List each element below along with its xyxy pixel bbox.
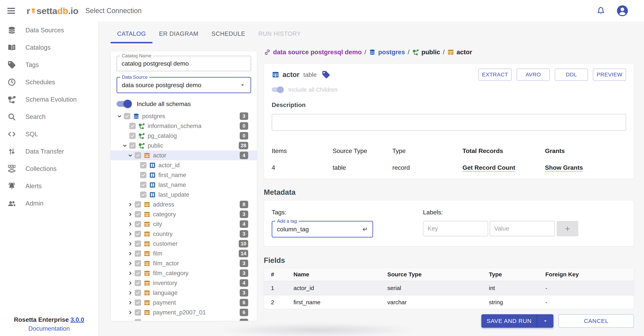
checkbox-checked[interactable] — [140, 162, 146, 168]
tree-row[interactable]: film_category 3 — [111, 268, 257, 278]
tree-row[interactable]: city 4 — [111, 219, 257, 229]
include-all-schemas-toggle[interactable] — [116, 101, 131, 107]
chevron-down-icon[interactable] — [127, 153, 133, 158]
tab-er-diagram[interactable]: ER DIAGRAM — [152, 26, 205, 43]
breadcrumb-data-source[interactable]: data source postgresql demo — [264, 48, 362, 56]
tree-row[interactable]: address 8 — [111, 199, 257, 209]
checkbox-checked[interactable] — [135, 300, 141, 306]
sidebar-item-admin[interactable]: Admin — [0, 195, 98, 212]
sidebar-item-sql[interactable]: SQL — [0, 126, 98, 143]
chevron-right-icon[interactable] — [127, 231, 133, 237]
checkbox-checked[interactable] — [135, 250, 141, 257]
tree-row[interactable]: film_actor 3 — [111, 258, 257, 268]
sidebar-item-alerts[interactable]: Alerts — [0, 177, 98, 195]
add-tag-field[interactable]: Add a tag — [272, 221, 373, 237]
app-logo[interactable]: r setta db .io — [26, 5, 78, 16]
tree-row[interactable]: language 3 — [111, 288, 257, 298]
checkbox-checked[interactable] — [124, 113, 130, 119]
checkbox-checked[interactable] — [140, 172, 146, 178]
add-label-button[interactable]: + — [557, 221, 578, 236]
checkbox-checked[interactable] — [135, 309, 141, 316]
chevron-right-icon[interactable] — [127, 261, 133, 266]
notifications-bell-icon[interactable] — [596, 6, 606, 15]
menu-icon[interactable] — [6, 6, 16, 16]
sidebar-item-search[interactable]: Search — [0, 108, 98, 126]
chevron-right-icon[interactable] — [127, 310, 133, 316]
checkbox-checked[interactable] — [129, 142, 136, 149]
checkbox-checked[interactable] — [140, 191, 146, 198]
tree-row[interactable]: pg_catalog 0 — [111, 131, 257, 141]
chevron-right-icon[interactable] — [127, 280, 133, 286]
checkbox-checked[interactable] — [135, 260, 141, 267]
breadcrumb-schema[interactable]: public — [412, 48, 440, 56]
tree-row[interactable]: payment_p2007_01 6 — [111, 308, 257, 317]
get-record-count-link[interactable]: Get Record Count — [462, 164, 545, 171]
user-avatar[interactable] — [616, 5, 628, 17]
chevron-down-icon[interactable] — [122, 143, 128, 149]
tree-row[interactable]: actor_id — [111, 160, 257, 170]
avro-button[interactable]: AVRO — [517, 68, 550, 81]
sidebar-item-schema-evolution[interactable]: Schema Evolution — [0, 91, 98, 108]
chevron-right-icon[interactable] — [127, 202, 133, 207]
table-row[interactable]: 1 actor_id serial int - — [264, 281, 634, 295]
chevron-right-icon[interactable] — [127, 300, 133, 306]
checkbox-checked[interactable] — [140, 182, 146, 188]
chevron-down-icon[interactable] — [116, 113, 122, 119]
checkbox-checked[interactable] — [135, 270, 141, 276]
save-options-dropdown[interactable] — [537, 314, 554, 328]
breadcrumb-database[interactable]: postgres — [369, 48, 405, 56]
cancel-button[interactable]: CANCEL — [558, 314, 634, 328]
ddl-button[interactable]: DDL — [555, 68, 588, 81]
breadcrumb-table[interactable]: actor — [447, 48, 472, 56]
show-grants-link[interactable]: Show Grants — [545, 164, 626, 171]
checkbox-checked[interactable] — [135, 280, 141, 286]
sidebar-item-data-sources[interactable]: Data Sources — [0, 21, 98, 39]
tree-row[interactable] — [111, 317, 257, 321]
save-and-run-button[interactable]: SAVE AND RUN — [481, 314, 554, 328]
add-tag-input[interactable] — [277, 226, 358, 233]
version-link[interactable]: 3.0.0 — [70, 316, 84, 323]
tab-schedule[interactable]: SCHEDULE — [205, 26, 252, 43]
label-key-input[interactable] — [423, 221, 488, 236]
tree-row[interactable]: film 14 — [111, 249, 257, 258]
tree-row[interactable]: first_name — [111, 170, 257, 180]
tree-row[interactable]: information_schema 0 — [111, 121, 257, 131]
checkbox-checked[interactable] — [129, 133, 136, 139]
catalog-name-field[interactable]: Catalog Name — [116, 56, 251, 71]
sidebar-item-collections[interactable]: Collections — [0, 160, 98, 177]
sidebar-item-data-transfer[interactable]: Data Transfer — [0, 143, 98, 160]
tab-catalog[interactable]: CATALOG — [110, 26, 152, 43]
tree-row[interactable]: customer 10 — [111, 239, 257, 249]
tree-row[interactable]: inventory 4 — [111, 278, 257, 288]
tree-row[interactable]: payment 6 — [111, 298, 257, 308]
tree-row[interactable]: last_name — [111, 180, 257, 190]
catalog-name-input[interactable] — [122, 60, 246, 67]
tree-row[interactable]: postgres 3 — [111, 111, 257, 121]
checkbox-checked[interactable] — [135, 152, 141, 159]
sidebar-item-tags[interactable]: Tags — [0, 56, 98, 73]
chevron-right-icon[interactable] — [127, 290, 133, 296]
extract-button[interactable]: EXTRACT — [478, 68, 512, 81]
checkbox-checked[interactable] — [135, 241, 141, 247]
label-value-input[interactable] — [490, 221, 555, 236]
table-row[interactable]: 2 first_name varchar string - — [264, 295, 634, 309]
description-textarea[interactable] — [272, 114, 626, 131]
tree-row[interactable]: country 3 — [111, 229, 257, 239]
preview-button[interactable]: PREVIEW — [593, 68, 626, 81]
sidebar-item-schedules[interactable]: Schedules — [0, 73, 98, 91]
chevron-right-icon[interactable] — [127, 251, 133, 257]
tree-row[interactable]: category 3 — [111, 209, 257, 219]
chevron-right-icon[interactable] — [127, 211, 133, 217]
tree-row-selected[interactable]: actor 4 — [111, 151, 257, 160]
checkbox-checked[interactable] — [135, 290, 141, 296]
chevron-right-icon[interactable] — [127, 221, 133, 227]
tree-row[interactable]: public 28 — [111, 141, 257, 151]
chevron-right-icon[interactable] — [127, 270, 133, 276]
chevron-right-icon[interactable] — [127, 241, 133, 247]
checkbox-checked[interactable] — [135, 211, 141, 217]
tag-icon[interactable] — [322, 70, 330, 79]
tree-row[interactable]: last_update — [111, 190, 257, 199]
checkbox-checked[interactable] — [129, 123, 136, 129]
checkbox-checked[interactable] — [135, 231, 141, 237]
checkbox-checked[interactable] — [135, 201, 141, 208]
